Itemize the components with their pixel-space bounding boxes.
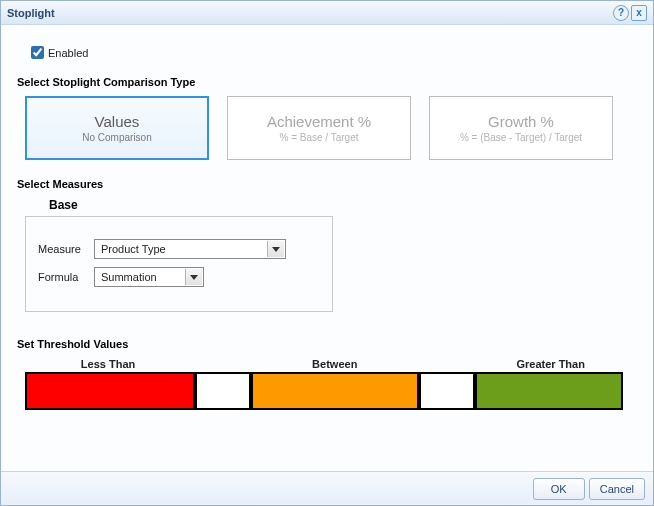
between-label: Between [252,358,418,370]
enabled-checkbox[interactable] [31,46,44,59]
titlebar: Stoplight ? x [1,1,653,25]
card-growth-title: Growth % [488,113,554,130]
chevron-down-icon [272,247,280,252]
measure-select-value: Product Type [101,243,166,255]
measure-row: Measure Product Type [38,239,320,259]
enabled-row: Enabled [27,43,637,62]
card-achievement-title: Achievement % [267,113,371,130]
formula-row: Formula Summation [38,267,320,287]
threshold-row [25,372,623,410]
measures-box: Measure Product Type Formula Summation [25,216,333,312]
stoplight-dialog: Stoplight ? x Enabled Select Stoplight C… [0,0,654,506]
formula-select[interactable]: Summation [94,267,204,287]
cancel-button[interactable]: Cancel [589,478,645,500]
low-threshold-input[interactable] [195,372,251,410]
formula-select-value: Summation [101,271,157,283]
chevron-down-icon [190,275,198,280]
card-values[interactable]: Values No Comparison [25,96,209,160]
formula-field-label: Formula [38,271,94,283]
greater-than-label: Greater Than [478,358,623,370]
measure-field-label: Measure [38,243,94,255]
card-achievement[interactable]: Achievement % % = Base / Target [227,96,411,160]
card-values-sub: No Comparison [82,132,151,143]
comparison-type-label: Select Stoplight Comparison Type [17,76,637,88]
dialog-title: Stoplight [7,7,611,19]
less-than-swatch[interactable] [25,372,195,410]
between-swatch[interactable] [251,372,419,410]
close-icon[interactable]: x [631,5,647,21]
card-values-title: Values [95,113,140,130]
help-icon[interactable]: ? [613,5,629,21]
comparison-cards: Values No Comparison Achievement % % = B… [25,96,637,160]
less-than-label: Less Than [25,358,191,370]
high-threshold-input[interactable] [419,372,475,410]
measures-block: Base Measure Product Type Formula Summat… [25,198,637,312]
threshold-header: Less Than Between Greater Than [25,358,623,370]
base-label: Base [49,198,637,212]
threshold-label: Set Threshold Values [17,338,637,350]
measures-label: Select Measures [17,178,637,190]
greater-than-swatch[interactable] [475,372,623,410]
measure-select[interactable]: Product Type [94,239,286,259]
ok-button[interactable]: OK [533,478,585,500]
enabled-label: Enabled [48,47,88,59]
dialog-body: Enabled Select Stoplight Comparison Type… [1,25,653,471]
card-growth-sub: % = (Base - Target) / Target [460,132,582,143]
card-achievement-sub: % = Base / Target [279,132,358,143]
dialog-footer: OK Cancel [1,471,653,505]
card-growth[interactable]: Growth % % = (Base - Target) / Target [429,96,613,160]
